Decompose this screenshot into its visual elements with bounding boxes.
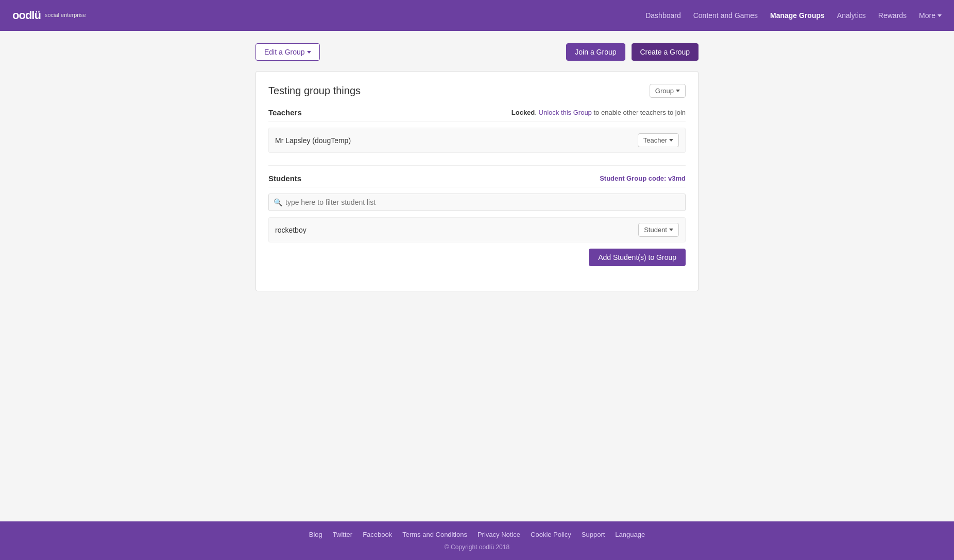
join-group-button[interactable]: Join a Group [566,43,625,61]
card-header: Testing group things Group [268,84,686,98]
locked-label: Locked [512,109,535,116]
table-row: Mr Lapsley (dougTemp) Teacher [268,128,686,153]
footer-link-twitter[interactable]: Twitter [333,531,352,538]
teachers-section: Teachers Locked. Unlock this Group to en… [268,108,686,153]
teachers-section-right: Locked. Unlock this Group to enable othe… [512,109,686,116]
search-icon: 🔍 [274,198,282,206]
teachers-section-header: Teachers Locked. Unlock this Group to en… [268,108,686,121]
student-role-dropdown[interactable]: Student [638,223,679,237]
footer: Blog Twitter Facebook Terms and Conditio… [0,521,954,560]
student-role-label: Student [644,226,667,234]
students-section-right: Student Group code: v3md [600,174,686,182]
teacher-role-caret-icon [669,139,673,142]
add-students-button[interactable]: Add Student(s) to Group [589,249,686,266]
more-caret-icon [938,14,942,17]
footer-link-facebook[interactable]: Facebook [363,531,392,538]
section-divider [268,165,686,166]
students-section-header: Students Student Group code: v3md [268,174,686,187]
student-name: rocketboy [275,226,306,234]
edit-group-button[interactable]: Edit a Group [255,43,320,61]
code-label: Student Group code: [600,174,666,182]
footer-link-cookie[interactable]: Cookie Policy [531,531,571,538]
more-label: More [919,11,935,20]
nav-link-analytics[interactable]: Analytics [837,11,866,20]
action-bar: Edit a Group Join a Group Create a Group [255,43,699,61]
table-row: rocketboy Student [268,217,686,242]
teacher-role-dropdown[interactable]: Teacher [638,133,679,147]
main-content: Edit a Group Join a Group Create a Group… [245,31,709,521]
nav-links: Dashboard Content and Games Manage Group… [645,11,942,20]
footer-copyright: © Copyright oodlü 2018 [12,544,942,551]
group-btn-label: Group [655,87,674,95]
search-container: 🔍 [268,194,686,211]
right-actions: Join a Group Create a Group [566,43,699,61]
nav-item-more[interactable]: More [919,11,942,20]
unlock-suffix: to enable other teachers to join [593,109,686,116]
students-title: Students [268,174,301,183]
footer-link-privacy[interactable]: Privacy Notice [478,531,520,538]
footer-link-terms[interactable]: Terms and Conditions [402,531,467,538]
nav-link-dashboard[interactable]: Dashboard [645,11,681,20]
search-input[interactable] [268,194,686,211]
navbar: oodlü social enterprise Dashboard Conten… [0,0,954,31]
group-card: Testing group things Group Teachers Lock… [255,71,699,291]
nav-item-manage-groups[interactable]: Manage Groups [770,11,825,20]
edit-group-caret-icon [307,51,311,54]
teacher-role-label: Teacher [643,136,667,144]
more-dropdown[interactable]: More [919,11,942,20]
footer-links: Blog Twitter Facebook Terms and Conditio… [12,531,942,538]
create-group-button[interactable]: Create a Group [632,43,699,61]
nav-item-content[interactable]: Content and Games [693,11,758,20]
footer-link-support[interactable]: Support [582,531,605,538]
nav-link-content[interactable]: Content and Games [693,11,758,20]
nav-item-analytics[interactable]: Analytics [837,11,866,20]
group-caret-icon [676,90,680,92]
footer-link-language[interactable]: Language [615,531,645,538]
brand-tagline: social enterprise [45,12,86,19]
teachers-title: Teachers [268,108,302,117]
brand: oodlü social enterprise [12,9,86,22]
nav-item-dashboard[interactable]: Dashboard [645,11,681,20]
nav-link-rewards[interactable]: Rewards [878,11,907,20]
student-role-caret-icon [669,229,673,231]
card-title: Testing group things [268,85,361,97]
teacher-name: Mr Lapsley (dougTemp) [275,136,351,145]
brand-logo: oodlü [12,9,41,22]
group-dropdown-button[interactable]: Group [650,84,686,98]
edit-group-label: Edit a Group [264,48,305,56]
students-section: Students Student Group code: v3md 🔍 rock… [268,174,686,266]
nav-item-rewards[interactable]: Rewards [878,11,907,20]
footer-link-blog[interactable]: Blog [309,531,322,538]
add-student-row: Add Student(s) to Group [268,249,686,266]
unlock-group-link[interactable]: Unlock this Group [539,109,592,116]
code-value: v3md [668,174,686,182]
nav-link-manage-groups[interactable]: Manage Groups [770,11,825,20]
